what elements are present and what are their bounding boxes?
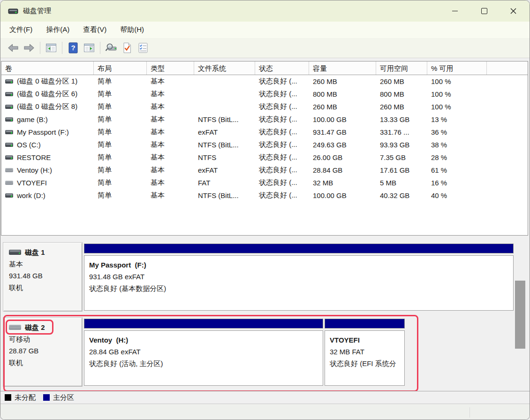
volume-type: 基本 <box>147 90 194 99</box>
column-header-pctfree[interactable]: % 可用 <box>427 61 487 75</box>
volume-fs: NTFS (BitL... <box>194 115 255 123</box>
volume-row[interactable]: game (B:) 简单 基本 NTFS (BitL... 状态良好 (... … <box>1 113 528 126</box>
partition-info: 32 MB FAT <box>330 346 404 358</box>
volume-status: 状态良好 (... <box>255 90 309 99</box>
column-header-layout[interactable]: 布局 <box>94 61 147 75</box>
volume-status: 状态良好 (... <box>255 77 309 86</box>
volume-pct: 16 % <box>427 179 487 187</box>
forward-icon <box>23 43 35 53</box>
volume-pct: 100 % <box>427 103 487 111</box>
partition-ventoy[interactable]: Ventoy (H:) 28.84 GB exFAT 状态良好 (活动, 主分区… <box>84 319 323 387</box>
volume-name: (磁盘 0 磁盘分区 1) <box>17 77 77 86</box>
volume-layout: 简单 <box>94 178 147 187</box>
volume-free: 800 MB <box>376 90 427 98</box>
volume-name: (磁盘 0 磁盘分区 6) <box>17 90 77 99</box>
partition-vtoyefi[interactable]: VTOYEFI 32 MB FAT 状态良好 (EFI 系统分 <box>325 319 405 387</box>
volume-row[interactable]: (磁盘 0 磁盘分区 8) 简单 基本 状态良好 (... 260 MB 260… <box>1 100 528 113</box>
volume-name: OS (C:) <box>17 141 41 149</box>
partition-label: VTOYEFI <box>330 334 404 346</box>
disk-icon <box>9 250 21 255</box>
menu-action[interactable]: 操作(A) <box>41 23 75 36</box>
close-button[interactable] <box>499 0 528 22</box>
column-header-type[interactable]: 类型 <box>147 61 194 75</box>
volume-capacity: 28.84 GB <box>309 166 376 174</box>
volume-row[interactable]: RESTORE 简单 基本 NTFS 状态良好 (... 26.00 GB 7.… <box>1 151 528 164</box>
partition-status: 状态良好 (基本数据分区) <box>89 283 513 294</box>
volume-pct: 28 % <box>427 153 487 161</box>
volume-row[interactable]: (磁盘 0 磁盘分区 6) 简单 基本 状态良好 (... 800 MB 800… <box>1 88 528 100</box>
column-header-filesystem[interactable]: 文件系统 <box>194 61 255 75</box>
volume-type: 基本 <box>147 102 194 111</box>
column-header-status[interactable]: 状态 <box>255 61 309 75</box>
volume-type: 基本 <box>147 178 194 187</box>
disk-graph-pane: 磁盘 1 基本 931.48 GB 联机 My Passport (F:) 93… <box>0 236 530 391</box>
volume-name: RESTORE <box>17 153 51 161</box>
partition-status: 状态良好 (活动, 主分区) <box>89 358 323 369</box>
check-document-button[interactable] <box>119 40 135 55</box>
menu-help[interactable]: 帮助(H) <box>115 23 149 36</box>
show-console-tree-button[interactable] <box>43 40 59 55</box>
volume-layout: 简单 <box>94 140 147 149</box>
legend-label: 未分配 <box>15 393 36 402</box>
menu-file[interactable]: 文件(F) <box>4 23 38 36</box>
volume-status: 状态良好 (... <box>255 115 309 124</box>
volume-row[interactable]: work (D:) 简单 基本 NTFS (BitL... 状态良好 (... … <box>1 189 528 202</box>
volume-row[interactable]: OS (C:) 简单 基本 NTFS (BitL... 状态良好 (... 24… <box>1 138 528 151</box>
column-header-freespace[interactable]: 可用空间 <box>376 61 427 75</box>
menu-view[interactable]: 查看(V) <box>78 23 112 36</box>
volume-layout: 简单 <box>94 115 147 124</box>
partition-label: Ventoy (H:) <box>89 334 323 346</box>
menu-bar: 文件(F) 操作(A) 查看(V) 帮助(H) <box>0 22 530 38</box>
disk-size: 28.87 GB <box>9 345 82 357</box>
disk-kind: 可移动 <box>9 333 82 345</box>
disk1-row: 磁盘 1 基本 931.48 GB 联机 My Passport (F:) 93… <box>0 242 530 313</box>
disk2-label-box[interactable]: 磁盘 2 可移动 28.87 GB 联机 <box>3 317 83 387</box>
volume-row[interactable]: Ventoy (H:) 简单 基本 exFAT 状态良好 (... 28.84 … <box>1 164 528 176</box>
maximize-icon <box>481 8 487 14</box>
volume-row[interactable]: (磁盘 0 磁盘分区 1) 简单 基本 状态良好 (... 260 MB 260… <box>1 75 528 88</box>
volume-fs: NTFS (BitL... <box>194 141 255 149</box>
volume-name: My Passport (F:) <box>17 128 69 136</box>
volume-status: 状态良好 (... <box>255 178 309 187</box>
show-action-pane-button[interactable] <box>81 40 97 55</box>
forward-button[interactable] <box>21 40 37 55</box>
disk-state: 联机 <box>9 282 82 293</box>
volume-capacity: 100.00 GB <box>309 115 376 123</box>
volume-capacity: 800 MB <box>309 90 376 98</box>
disk1-label-box[interactable]: 磁盘 1 基本 931.48 GB 联机 <box>3 242 83 312</box>
scrollbar-thumb[interactable] <box>515 281 525 349</box>
volume-status: 状态良好 (... <box>255 191 309 200</box>
disk-name: 磁盘 2 <box>25 321 45 333</box>
partition-my-passport[interactable]: My Passport (F:) 931.48 GB exFAT 状态良好 (基… <box>84 244 514 312</box>
volume-row[interactable]: VTOYEFI 简单 基本 FAT 状态良好 (... 32 MB 5 MB 1… <box>1 176 528 189</box>
back-button[interactable] <box>5 40 21 55</box>
volume-free: 7.35 GB <box>376 153 427 161</box>
disk2-row: 磁盘 2 可移动 28.87 GB 联机 Ventoy (H:) 28.84 G… <box>0 317 530 388</box>
vertical-scrollbar[interactable] <box>514 236 526 391</box>
disk-size: 931.48 GB <box>9 270 82 282</box>
volume-free: 13.33 GB <box>376 115 427 123</box>
volume-free: 40.32 GB <box>376 191 427 199</box>
volume-icon <box>5 143 13 147</box>
maximize-button[interactable] <box>469 0 499 22</box>
column-header-capacity[interactable]: 容量 <box>309 61 376 75</box>
volume-capacity: 249.63 GB <box>309 141 376 149</box>
volume-name: work (D:) <box>17 191 45 199</box>
volume-capacity: 260 MB <box>309 77 376 85</box>
disk-name: 磁盘 1 <box>25 246 45 258</box>
volume-icon <box>5 168 13 172</box>
volume-pct: 100 % <box>427 90 487 98</box>
volume-type: 基本 <box>147 128 194 137</box>
volume-row[interactable]: My Passport (F:) 简单 基本 exFAT 状态良好 (... 9… <box>1 126 528 138</box>
volume-free: 93.93 GB <box>376 141 427 149</box>
volume-type: 基本 <box>147 77 194 86</box>
toolbar-separator <box>40 42 40 54</box>
checklist-button[interactable] <box>135 40 151 55</box>
column-header-volume[interactable]: 卷 <box>1 61 94 75</box>
legend-label: 主分区 <box>53 393 74 402</box>
status-bar-divider <box>469 407 470 418</box>
disk-view-button[interactable] <box>103 40 119 55</box>
help-button[interactable]: ? <box>65 40 81 55</box>
volume-list-pane: 卷 布局 类型 文件系统 状态 容量 可用空间 % 可用 (磁盘 0 磁盘分区 … <box>1 61 528 236</box>
minimize-button[interactable] <box>440 0 469 22</box>
